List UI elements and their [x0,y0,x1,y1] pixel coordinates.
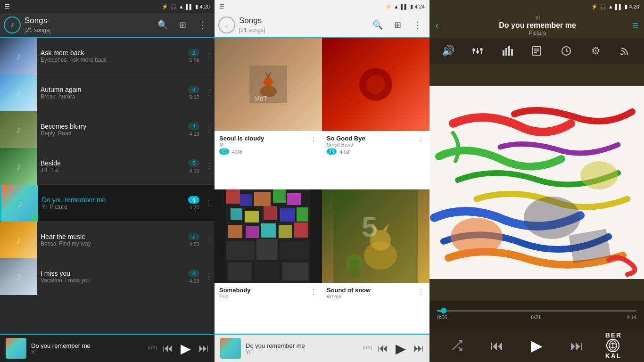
song-artist: Break [41,93,55,100]
svg-rect-37 [350,260,359,277]
clock-icon[interactable] [556,41,577,61]
more-button-1[interactable]: ⋮ [194,16,211,33]
menu-icon[interactable]: ☰ [5,3,10,10]
list-item[interactable]: ♪ I miss you Vacation I miss you 8 4:03 … [0,258,215,295]
more-button-2[interactable]: ⋮ [409,16,426,33]
grid-menu-button[interactable]: ⋮ [310,136,317,145]
volume-icon[interactable]: 🔊 [438,41,458,61]
bottom-now-playing-title-1: Do you remember me [31,342,143,349]
svg-point-43 [480,49,482,50]
np-current-time: 0:06 [437,314,447,320]
back-button[interactable]: ‹ [435,19,439,32]
grid-cover [322,38,429,131]
grid-menu-button[interactable]: ⋮ [417,136,425,145]
grid-item[interactable]: 5 Sound of snow Whale ⋮ [322,189,429,334]
np-album-art-inner [429,86,644,279]
svg-rect-26 [280,241,308,259]
svg-rect-47 [511,49,513,56]
grid-view-button-1[interactable]: ⊞ [174,16,191,33]
search-button-1[interactable]: 🔍 [154,16,171,33]
wifi-icon-2: ▲ [394,4,399,9]
toolbar-2: ♪ Songs [21 songs] 🔍 ⊞ ⋮ [215,13,429,38]
grid-item[interactable]: MoT Seoul is cloudy M 13 4:08 ⋮ [215,38,322,189]
song-menu-button[interactable]: ⋮ [203,235,215,244]
shuffle-button[interactable] [446,334,468,357]
song-right: 2 5:06 [188,49,203,63]
bottom-thumb-2 [220,338,241,359]
song-list: ♪ Ask more back Eyelashes Ask more back … [0,38,215,334]
grid-artist: Whale [327,294,414,299]
play-button-2[interactable]: ▶ [396,341,406,356]
grid-item[interactable]: So Good Bye Small Band 14 4:02 ⋮ [322,38,429,189]
status-time-1: 4:20 [200,4,210,9]
grid-view-button-2[interactable]: ⊞ [389,16,406,33]
np-position: 6/21 [531,314,541,320]
play-button-1[interactable]: ▶ [181,341,191,356]
next-button-3[interactable]: ⏭ [565,334,588,357]
song-info: I miss you Vacation I miss you [37,270,188,284]
bluetooth-icon: ⚡ [162,4,168,10]
list-item[interactable]: ♪ Hear the music Bossa Find my way 7 4:0… [0,222,215,258]
song-menu-button[interactable]: ⋮ [203,272,215,281]
song-menu-button[interactable]: ⋮ [203,51,215,60]
grid-menu-button[interactable]: ⋮ [417,288,425,296]
song-menu-button[interactable]: ⋮ [203,198,215,207]
settings-icon[interactable]: ⚙ [586,41,606,61]
list-item[interactable]: ♪ Beside JIT 1st 5 4:13 ⋮ [0,148,215,185]
panel-now-playing: ⚡ 🎧 ▲ ▌▌ ▮ 4:20 ‹ Yi Do you remember me … [429,0,644,362]
song-title: Hear the music [41,233,184,240]
np-menu-button[interactable]: ≡ [632,19,638,32]
chart-icon[interactable] [497,41,518,61]
svg-point-57 [524,197,580,239]
next-button-2[interactable]: ⏭ [413,342,424,354]
song-thumb: ♪ [0,258,37,295]
grid-item[interactable]: Somebody Puri ⋮ [215,189,322,334]
song-menu-button[interactable]: ⋮ [203,162,215,171]
prev-button-2[interactable]: ⏮ [378,342,388,354]
song-right: 5 4:13 [188,159,203,173]
equalizer-icon[interactable] [467,41,488,61]
song-thumb: ♪ [0,222,37,258]
next-button-1[interactable]: ⏭ [198,342,209,354]
np-bottom-controls: ⏮ ▶ ⏭ BER KAL [429,329,644,362]
np-progress-bar[interactable] [437,310,636,312]
cast-icon[interactable] [615,41,636,61]
bottom-info-2: Do you remember me Yi [246,342,358,355]
svg-rect-11 [254,192,271,206]
prev-button-3[interactable]: ⏮ [486,334,508,357]
svg-point-39 [473,49,475,51]
song-menu-button[interactable]: ⋮ [203,125,215,134]
toolbar-title-area-1: ♪ Songs [21 songs] [4,16,151,34]
prev-button-1[interactable]: ⏮ [163,342,173,354]
song-right: 7 4:03 [188,233,203,247]
song-album: Aurora [58,93,75,100]
bottom-player-2: Do you remember me Yi 6/21 ⏮ ▶ ⏭ [215,334,429,362]
menu-icon-2[interactable]: ☰ [219,3,224,10]
grid-menu-button[interactable]: ⋮ [310,288,317,296]
grid-text: So Good Bye Small Band 14 4:02 [327,135,414,155]
toolbar-title-area-2: ♪ Songs [21 songs] [218,16,366,34]
list-item[interactable]: ♪ Ask more back Eyelashes Ask more back … [0,38,215,74]
lyrics-icon[interactable] [526,41,547,61]
song-menu-button[interactable]: ⋮ [203,88,215,97]
song-info: Hear the music Bossa Find my way [37,233,188,247]
music-icon-1: ♪ [4,16,21,33]
search-button-2[interactable]: 🔍 [369,16,386,33]
status-time-3: 4:20 [629,4,639,9]
np-header: ‹ Yi Do you remember me Picture ≡ [429,13,644,38]
battery-icon: ▮ [195,4,198,10]
song-title: Ask more back [41,49,184,57]
svg-rect-22 [279,225,292,238]
list-item[interactable]: ♪ Autumn again Break Aurora 3 5:12 ⋮ [0,74,215,111]
play-button-3[interactable]: ▶ [525,334,548,357]
song-number: 4 [188,123,199,130]
bottom-controls-2: ⏮ ▶ ⏭ [378,341,424,356]
status-right-3: ⚡ 🎧 ▲ ▌▌ ▮ 4:20 [591,4,639,10]
toolbar-title-text-2: Songs [21 songs] [239,16,265,34]
song-meta: Bossa Find my way [41,240,184,247]
grid-song-title: Somebody [219,287,307,294]
list-item[interactable]: ♪ Becomes blurry Reply Road 4 4:13 ⋮ [0,111,215,148]
list-item-active[interactable]: ♪ Do you remember me Yi Picture 6 4:20 ⋮ [0,185,215,222]
toolbar-title-text-1: Songs [21 songs] [25,16,50,34]
grid-artist: Puri [219,294,307,299]
